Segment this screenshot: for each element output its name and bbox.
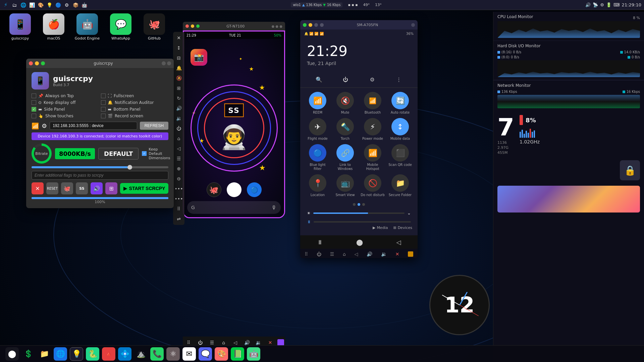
instagram-icon[interactable]: 📸: [191, 49, 207, 66]
bitrate-knob[interactable]: Bitrate: [32, 143, 52, 164]
notification-auditor-checkbox[interactable]: [101, 100, 106, 105]
tile-hotspot[interactable]: 📶 Mobile Hotspot: [361, 144, 385, 171]
tile-secure[interactable]: 📁 Secure Folder: [388, 174, 412, 197]
settings-icon[interactable]: ⚙: [600, 2, 604, 7]
keep-default-checkbox[interactable]: [142, 151, 147, 156]
side-copy-btn[interactable]: ⊞: [174, 83, 183, 93]
sam-expand-btn[interactable]: [303, 23, 307, 27]
taskbar-green-icon[interactable]: 📗: [231, 347, 244, 361]
window-close-btn[interactable]: [29, 61, 33, 65]
keep-display-off-checkbox[interactable]: [32, 100, 36, 105]
sam-nav-back[interactable]: ⏸: [317, 239, 323, 246]
tile-smartview[interactable]: 📺 Smart View: [333, 174, 357, 197]
taskbar-android-icon[interactable]: 🤖: [247, 347, 260, 361]
phone-searchbar[interactable]: G 🎙: [187, 201, 281, 214]
sam-close-btn[interactable]: [411, 23, 415, 27]
taskbar-intellij-icon[interactable]: 💡: [70, 347, 83, 361]
tile-mobiledata[interactable]: ↕ Mobile data: [388, 118, 412, 141]
tile-bluetooth[interactable]: 📶 Bluetooth: [361, 92, 385, 115]
volume-icon[interactable]: 🔊: [585, 2, 591, 7]
start-scrcpy-button[interactable]: ▶ START SCRCPY: [120, 183, 168, 194]
tile-mute[interactable]: 🔇 Mute: [333, 92, 357, 115]
stop-button[interactable]: ✕: [32, 182, 44, 194]
phone-content[interactable]: 📸 ★ ✦ ★ ★ ★ ✦ SS 👨‍🚀 🐙 ✉ 🔵 G: [184, 39, 284, 217]
reset-button[interactable]: RESET: [46, 182, 58, 194]
sam-more-btn[interactable]: ⋮: [393, 74, 404, 85]
taskbar-terminal-icon[interactable]: 💲: [21, 347, 35, 361]
side-zoom-out-btn[interactable]: ⊟: [174, 53, 183, 63]
taskbar-files-icon[interactable]: 📁: [38, 347, 51, 361]
tile-dnd[interactable]: 🚫 Do not disturb: [361, 174, 385, 197]
tile-torch[interactable]: 🔦 Torch: [333, 118, 357, 141]
phone-chrome-icon[interactable]: 🔵: [247, 182, 262, 197]
settings-gear-icon[interactable]: ⚙: [42, 122, 47, 129]
side-close-btn[interactable]: ✕: [174, 33, 183, 43]
window-min-btn[interactable]: [35, 61, 39, 65]
sam-bottom-close[interactable]: ✕: [395, 251, 399, 257]
tile-bluelight[interactable]: 🔵 Blue light filter: [306, 144, 330, 171]
taskbar-pycharm-icon[interactable]: 🐍: [86, 347, 99, 361]
grid-btn[interactable]: ⊞: [105, 182, 117, 194]
brightness-slider[interactable]: [313, 213, 405, 214]
side-more-btn[interactable]: •••: [174, 184, 183, 193]
side-vol-dn-btn[interactable]: 🔉: [174, 114, 183, 123]
side-bell-btn[interactable]: 🔔: [174, 63, 183, 73]
topbar-app8-icon[interactable]: 📦: [72, 2, 78, 8]
tile-link2win[interactable]: 🔗 Link to Windows: [333, 144, 357, 171]
topbar-app5-icon[interactable]: 💡: [46, 2, 52, 8]
side-rotate-btn[interactable]: ↻: [174, 94, 183, 103]
media-button[interactable]: ▶ Media: [373, 226, 388, 230]
volume-btn[interactable]: 🔊: [91, 182, 103, 194]
desktop-icon-guiscrcpy[interactable]: 📱 guiscrcpy: [7, 13, 34, 41]
topbar-arch-icon[interactable]: ⚡: [3, 2, 9, 8]
side-vol-up-btn[interactable]: 🔊: [174, 104, 183, 113]
side-swap-btn[interactable]: ⇌: [174, 214, 183, 224]
taskbar-inkscape-icon[interactable]: ⛰️: [134, 347, 148, 361]
side-more2-btn[interactable]: •••: [174, 194, 183, 203]
phone-close-btn[interactable]: [185, 24, 189, 28]
sam-bottom-vol-up[interactable]: 🔊: [367, 251, 372, 257]
sam-power-btn[interactable]: ⏻: [340, 74, 351, 85]
side-power-btn[interactable]: ⏻: [174, 124, 183, 133]
tile-qrcode[interactable]: ⬛ Scan QR code: [388, 144, 412, 171]
tile-location[interactable]: 📍 Location: [306, 174, 330, 197]
side-zoom-out2-btn[interactable]: ⊖: [174, 174, 183, 183]
tile-powermode[interactable]: ⚡ Power mode: [361, 118, 385, 141]
taskbar-mail-icon[interactable]: ✉: [182, 347, 196, 361]
desktop-icon-macos[interactable]: 🍎 macOS: [40, 13, 67, 41]
side-bell2-btn[interactable]: 🔕: [174, 73, 183, 83]
side-menu-btn[interactable]: ☰: [174, 154, 183, 163]
battery-icon[interactable]: 🔋: [606, 2, 611, 7]
topbar-app4-icon[interactable]: 🎨: [38, 2, 44, 8]
topbar-files-icon[interactable]: 🗂: [11, 2, 17, 8]
window-extra-btn[interactable]: [167, 61, 171, 65]
tile-flight[interactable]: ✈ Flight mode: [306, 118, 330, 141]
github-btn[interactable]: 🐙: [61, 182, 73, 194]
taskbar-chat-icon[interactable]: 🗨️: [199, 347, 212, 361]
taskbar-chrome-icon[interactable]: 🌐: [54, 347, 67, 361]
always-on-top-checkbox[interactable]: [32, 94, 36, 98]
volume-slider[interactable]: [314, 221, 411, 223]
sam-bottom-vol-dn[interactable]: 🔉: [381, 251, 387, 257]
taskbar-atom-icon[interactable]: ⚛: [166, 347, 180, 361]
window-max-btn[interactable]: [41, 61, 45, 65]
side-home-btn[interactable]: ⌂: [174, 134, 183, 143]
topbar-app9-icon[interactable]: 🤖: [81, 2, 87, 8]
desktop-icon-github[interactable]: 🐙 GitHub: [141, 13, 168, 41]
taskbar-vscode-icon[interactable]: 💠: [118, 347, 131, 361]
refresh-button[interactable]: REFRESH: [140, 122, 168, 130]
sam-settings-btn[interactable]: ⚙: [367, 74, 378, 85]
topbar-browser-icon[interactable]: 🌐: [20, 2, 26, 8]
desktop-icon-whatsapp[interactable]: 💬 WhatsApp: [107, 13, 134, 41]
side-grip-btn[interactable]: ⠿: [174, 204, 183, 214]
device-input[interactable]: [50, 122, 137, 130]
bitrate-slider[interactable]: [32, 166, 168, 168]
desktop-icon-godot[interactable]: 🤖 Godot Engine: [74, 13, 101, 41]
window-pin-btn[interactable]: [162, 61, 166, 65]
sam-bottom-menu[interactable]: ☰: [330, 251, 334, 257]
phone-gmail-icon[interactable]: ✉: [227, 182, 241, 197]
phone-min-btn[interactable]: [191, 24, 194, 28]
topbar-app3-icon[interactable]: 📊: [29, 2, 35, 8]
network-icon[interactable]: 📡: [593, 2, 598, 7]
keyboard-icon[interactable]: ⌨: [613, 2, 620, 7]
